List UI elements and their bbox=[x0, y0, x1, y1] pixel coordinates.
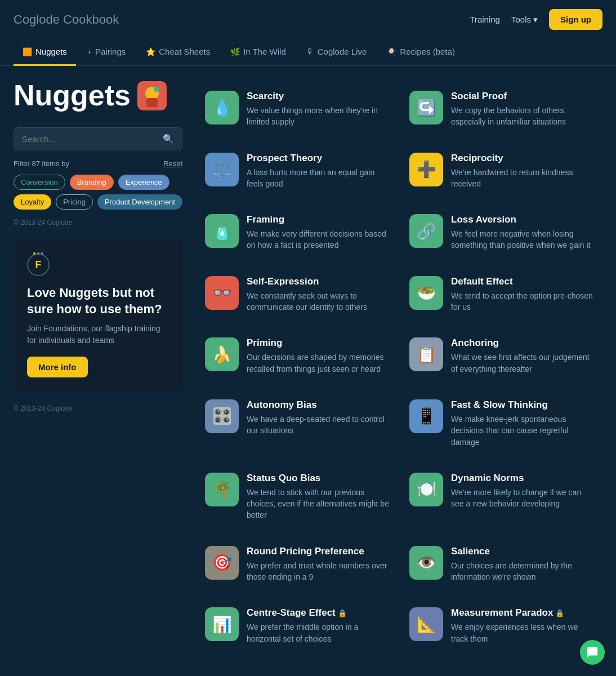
tag-pricing[interactable]: Pricing bbox=[56, 194, 93, 210]
nugget-text-14: Round Pricing Preference We prefer and t… bbox=[247, 546, 389, 583]
search-input[interactable] bbox=[22, 134, 158, 144]
nugget-title-16: Centre-Stage Effect🔒 bbox=[247, 607, 389, 619]
nugget-title-10: Autonomy Bias bbox=[247, 399, 389, 411]
nugget-desc-2: A loss hurts more than an equal gain fee… bbox=[247, 167, 389, 190]
signup-button[interactable]: Sign up bbox=[549, 9, 602, 30]
nugget-item[interactable]: 🍌 Priming Our decisions are shaped by me… bbox=[196, 326, 398, 386]
nugget-emoji-10: 🎛️ bbox=[212, 407, 232, 425]
nugget-thumb-5: 🔗 bbox=[409, 214, 443, 248]
nugget-desc-8: Our decisions are shaped by memories rec… bbox=[247, 352, 389, 375]
lock-icon: 🔒 bbox=[555, 609, 564, 617]
nugget-title-7: Default Effect bbox=[451, 276, 593, 287]
nav-icon-4: 🎙 bbox=[306, 47, 314, 56]
nugget-item[interactable]: 🍽️ Dynamic Norms We're more likely to ch… bbox=[400, 461, 602, 532]
nugget-text-0: Scarcity We value things more when they'… bbox=[247, 91, 389, 128]
filter-label: Filter 87 items by Reset bbox=[14, 159, 182, 168]
tag-branding[interactable]: Branding bbox=[70, 175, 114, 190]
nugget-item[interactable]: 🥗 Default Effect We tend to accept the o… bbox=[400, 265, 602, 324]
search-box[interactable]: 🔍 bbox=[14, 127, 182, 150]
main-content: Nuggets 🔍 Filter 87 items by Reset Conve… bbox=[0, 66, 616, 669]
nugget-item[interactable]: 🌴 Status Quo Bias We tend to stick with … bbox=[196, 461, 398, 532]
nav-item-in-the-wild[interactable]: 🌿In The Wild bbox=[221, 39, 295, 66]
nugget-text-9: Anchoring What we see first affects our … bbox=[451, 337, 593, 375]
nugget-thumb-17: 📐 bbox=[409, 607, 443, 641]
nugget-desc-7: We tend to accept the option pre-chosen … bbox=[451, 290, 593, 313]
nugget-item[interactable]: 👓 Self-Expression We constantly seek out… bbox=[196, 265, 398, 324]
chat-bubble-button[interactable] bbox=[580, 640, 605, 665]
reset-button[interactable]: Reset bbox=[163, 159, 182, 168]
nuggets-grid: 💧 Scarcity We value things more when the… bbox=[196, 79, 602, 656]
nav-icon-0: 🟧 bbox=[23, 47, 32, 56]
nugget-text-17: Measurement Paradox🔒 We enjoy experience… bbox=[451, 607, 593, 644]
nav-icon-2: ⭐ bbox=[146, 47, 155, 56]
nugget-thumb-9: 📋 bbox=[409, 337, 443, 371]
header: Coglode Cookbook Training Tools ▾ Sign u… bbox=[0, 0, 616, 39]
nav-item-recipes-(beta)[interactable]: 🍳Recipes (beta) bbox=[378, 39, 464, 66]
nugget-title-12: Status Quo Bias bbox=[247, 473, 389, 484]
nugget-thumb-13: 🍽️ bbox=[409, 473, 443, 506]
nav-item-nuggets[interactable]: 🟧Nuggets bbox=[14, 39, 76, 66]
tag-conversion[interactable]: Conversion bbox=[14, 175, 65, 190]
training-link[interactable]: Training bbox=[470, 15, 500, 24]
nugget-item[interactable]: 📐 Measurement Paradox🔒 We enjoy experien… bbox=[400, 596, 602, 656]
nav-item-coglode-live[interactable]: 🎙Coglode Live bbox=[297, 39, 376, 66]
nav-item-pairings[interactable]: +Pairings bbox=[78, 39, 135, 66]
more-info-button[interactable]: More info bbox=[27, 357, 88, 377]
nugget-title-0: Scarcity bbox=[247, 91, 389, 102]
nugget-text-16: Centre-Stage Effect🔒 We prefer the middl… bbox=[247, 607, 389, 644]
nav-label-5: Recipes (beta) bbox=[400, 47, 455, 56]
nugget-emoji-7: 🥗 bbox=[417, 283, 436, 302]
foundations-logo-icon: F bbox=[27, 254, 50, 276]
nugget-text-12: Status Quo Bias We tend to stick with ou… bbox=[247, 473, 389, 521]
nuggets-icon bbox=[137, 81, 167, 110]
nugget-item[interactable]: ➕ Reciprocity We're hardwired to return … bbox=[400, 141, 602, 201]
nugget-desc-13: We're more likely to change if we can se… bbox=[451, 487, 593, 510]
nav-icon-3: 🌿 bbox=[230, 47, 240, 56]
nugget-title-14: Round Pricing Preference bbox=[247, 546, 389, 557]
nugget-title-4: Framing bbox=[247, 214, 389, 225]
nugget-thumb-14: 🎯 bbox=[205, 546, 239, 580]
nugget-item[interactable]: 📊 Centre-Stage Effect🔒 We prefer the mid… bbox=[196, 596, 398, 656]
tag-product[interactable]: Product Development bbox=[97, 194, 182, 210]
tag-experience[interactable]: Experience bbox=[118, 175, 169, 190]
nugget-text-5: Loss Aversion We feel more negative when… bbox=[451, 214, 593, 251]
nugget-thumb-16: 📊 bbox=[205, 607, 239, 641]
nav-item-cheat-sheets[interactable]: ⭐Cheat Sheets bbox=[137, 39, 219, 66]
nugget-emoji-11: 📱 bbox=[417, 407, 436, 425]
nugget-title-15: Salience bbox=[451, 546, 593, 557]
nugget-desc-4: We make very different decisions based o… bbox=[247, 228, 389, 251]
tag-loyalty[interactable]: Loyalty bbox=[14, 194, 51, 210]
nugget-item[interactable]: 💧 Scarcity We value things more when the… bbox=[196, 79, 398, 139]
foundations-letter: F bbox=[35, 259, 42, 271]
nugget-item[interactable]: 📋 Anchoring What we see first affects ou… bbox=[400, 326, 602, 386]
nugget-desc-3: We're hardwired to return kindness recei… bbox=[451, 167, 593, 190]
nugget-text-3: Reciprocity We're hardwired to return ki… bbox=[451, 153, 593, 190]
nav-icon-1: + bbox=[87, 47, 92, 56]
nugget-item[interactable]: 📱 Fast & Slow Thinking We make knee-jerk… bbox=[400, 388, 602, 459]
nugget-title-6: Self-Expression bbox=[247, 276, 389, 287]
tools-dropdown[interactable]: Tools ▾ bbox=[511, 15, 538, 25]
nugget-text-2: Prospect Theory A loss hurts more than a… bbox=[247, 153, 389, 190]
nugget-text-7: Default Effect We tend to accept the opt… bbox=[451, 276, 593, 313]
nugget-item[interactable]: ↪️ Social Proof We copy the behaviors of… bbox=[400, 79, 602, 139]
tools-label: Tools bbox=[511, 15, 531, 24]
chevron-down-icon: ▾ bbox=[533, 15, 538, 25]
main-nav: 🟧Nuggets+Pairings⭐Cheat Sheets🌿In The Wi… bbox=[0, 39, 616, 66]
promo-logo: F bbox=[27, 254, 169, 276]
nugget-text-8: Priming Our decisions are shaped by memo… bbox=[247, 337, 389, 375]
nugget-item[interactable]: 🎛️ Autonomy Bias We have a deep-seated n… bbox=[196, 388, 398, 459]
nugget-emoji-14: 🎯 bbox=[212, 553, 232, 572]
nugget-item[interactable]: 🎯 Round Pricing Preference We prefer and… bbox=[196, 535, 398, 594]
nav-label-3: In The Wild bbox=[243, 47, 286, 56]
nugget-title-5: Loss Aversion bbox=[451, 214, 593, 225]
nugget-item[interactable]: 👁️ Salience Our choices are determined b… bbox=[400, 535, 602, 594]
nugget-thumb-15: 👁️ bbox=[409, 546, 443, 580]
nugget-item[interactable]: 🧴 Framing We make very different decisio… bbox=[196, 203, 398, 263]
nugget-title-1: Social Proof bbox=[451, 91, 593, 102]
nugget-item[interactable]: 🔗 Loss Aversion We feel more negative wh… bbox=[400, 203, 602, 263]
nugget-text-1: Social Proof We copy the behaviors of ot… bbox=[451, 91, 593, 128]
nav-icon-5: 🍳 bbox=[387, 47, 396, 56]
nugget-item[interactable]: ⚖️ Prospect Theory A loss hurts more tha… bbox=[196, 141, 398, 201]
nugget-thumb-0: 💧 bbox=[205, 91, 239, 124]
nugget-text-4: Framing We make very different decisions… bbox=[247, 214, 389, 251]
